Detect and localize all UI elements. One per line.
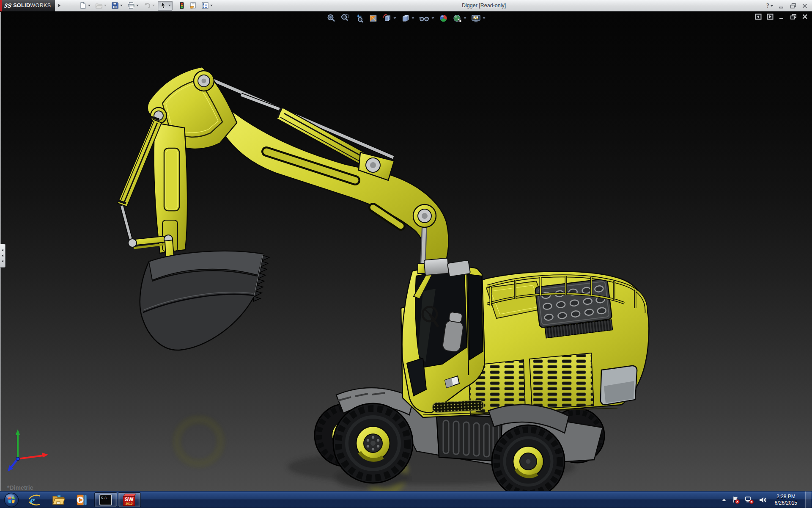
print-icon [127, 2, 135, 9]
restore-icon[interactable] [790, 14, 797, 20]
dropdown-caret-icon[interactable] [168, 5, 171, 6]
brand-text: SOLIDWORKS [13, 3, 51, 8]
taskbar-clock[interactable]: 2:28 PM 6/26/2015 [772, 494, 800, 506]
hidden-icons-chevron-icon[interactable] [721, 497, 727, 502]
rebuild-button[interactable] [178, 1, 186, 11]
taskbar-item-media-player[interactable] [71, 492, 93, 507]
previous-view-button[interactable] [354, 13, 365, 23]
windows-taskbar: e C:\_ [0, 491, 812, 508]
show-desktop-button[interactable] [805, 491, 811, 508]
close-button[interactable] [802, 3, 808, 9]
zoom-to-area-button[interactable] [340, 13, 351, 23]
apply-scene-icon [453, 14, 462, 23]
apply-scene-button[interactable] [453, 13, 467, 23]
main-toolbar [77, 1, 214, 11]
help-icon: ? [766, 3, 769, 9]
save-button[interactable] [110, 1, 124, 11]
clock-date: 6/26/2015 [775, 500, 797, 506]
minimize-button[interactable] [779, 3, 785, 9]
zoom-to-fit-button[interactable] [326, 13, 337, 23]
help-button[interactable]: ? [766, 3, 773, 9]
close-icon[interactable] [802, 14, 808, 20]
system-tray: 2:28 PM 6/26/2015 [721, 491, 812, 508]
save-icon [111, 2, 119, 9]
internet-explorer-icon: e [28, 493, 41, 507]
pane-collapse-left-icon[interactable] [755, 14, 762, 20]
dropdown-caret-icon[interactable] [152, 5, 155, 6]
front-left-wheel [333, 403, 413, 483]
volume-icon[interactable] [759, 496, 767, 504]
minimize-icon[interactable] [779, 14, 785, 20]
dropdown-caret-icon[interactable] [210, 5, 213, 6]
hide-show-items-icon [419, 14, 430, 23]
dropdown-caret-icon[interactable] [88, 5, 91, 6]
menu-flyout-arrow-icon[interactable] [58, 4, 60, 7]
edit-appearance-button[interactable] [439, 13, 449, 23]
3ds-logo-icon: 3S [4, 2, 12, 9]
dropdown-caret-icon[interactable] [120, 5, 123, 6]
view-settings-button[interactable] [471, 13, 486, 23]
engine-block [535, 279, 614, 339]
section-view-button[interactable] [368, 13, 379, 23]
edit-appearance-icon [439, 14, 448, 23]
taskbar-items: e C:\_ [23, 491, 141, 508]
view-orientation-button[interactable] [382, 13, 397, 23]
dropdown-caret-icon[interactable] [104, 5, 107, 6]
network-disconnected-icon[interactable] [745, 496, 754, 504]
open-button[interactable] [93, 1, 108, 11]
dropdown-caret-icon[interactable] [136, 5, 139, 6]
taskbar-item-internet-explorer[interactable]: e [23, 492, 46, 507]
action-center-flag-icon[interactable] [732, 496, 740, 504]
collapse-arrow-icon [2, 249, 3, 251]
rebuild-traffic-light-icon [179, 2, 184, 9]
select-cursor-icon [159, 2, 167, 9]
windows-start-icon [4, 492, 19, 508]
headsup-view-toolbar [326, 13, 486, 23]
front-right-wheel [492, 425, 565, 491]
dropdown-caret-icon[interactable] [412, 17, 414, 19]
hide-show-items-button[interactable] [419, 13, 435, 23]
taskbar-item-command-prompt[interactable]: C:\_ [94, 492, 117, 507]
section-view-icon [369, 14, 378, 23]
command-prompt-icon: C:\_ [99, 494, 112, 505]
dropdown-caret-icon[interactable] [771, 5, 773, 7]
graphics-viewport[interactable]: *Dimetric [0, 12, 812, 491]
undo-icon [143, 2, 151, 9]
dropdown-caret-icon[interactable] [394, 17, 396, 19]
window-controls: ? [766, 0, 808, 11]
model-canvas[interactable] [0, 12, 812, 491]
restore-button[interactable] [790, 3, 796, 9]
title-bar: 3S SOLIDWORKS [0, 0, 812, 11]
dropdown-caret-icon[interactable] [464, 17, 466, 19]
taskbar-item-solidworks-2015[interactable]: SW 2015 [118, 492, 141, 507]
media-player-icon [75, 493, 89, 507]
windows-explorer-icon [52, 493, 65, 507]
options-icon [201, 2, 209, 9]
print-button[interactable] [126, 1, 140, 11]
solidworks-2015-icon: SW 2015 [123, 494, 136, 506]
options-button[interactable] [200, 1, 214, 11]
taskbar-item-windows-explorer[interactable] [47, 492, 70, 507]
undo-button[interactable] [142, 1, 156, 11]
select-button[interactable] [158, 1, 173, 11]
roof-beacon [418, 258, 470, 277]
bucket [140, 251, 269, 350]
restore-icon [790, 3, 796, 9]
clock-time: 2:28 PM [776, 494, 796, 500]
dropdown-caret-icon[interactable] [432, 17, 434, 19]
document-window-controls [755, 14, 808, 20]
file-properties-icon [189, 2, 197, 9]
view-settings-icon [471, 14, 481, 23]
dropdown-caret-icon[interactable] [483, 17, 486, 19]
display-style-icon [401, 14, 410, 23]
zoom-to-fit-icon [327, 14, 336, 23]
pane-expand-right-icon[interactable] [767, 14, 774, 20]
excavator-boom [118, 67, 449, 350]
feature-panel-collapsed-tab[interactable] [0, 244, 5, 268]
minimize-icon [779, 3, 785, 9]
display-style-button[interactable] [401, 13, 415, 23]
new-document-button[interactable] [77, 1, 92, 11]
start-button[interactable] [0, 491, 23, 508]
file-properties-button[interactable] [187, 1, 198, 11]
zoom-to-area-icon [341, 14, 350, 23]
